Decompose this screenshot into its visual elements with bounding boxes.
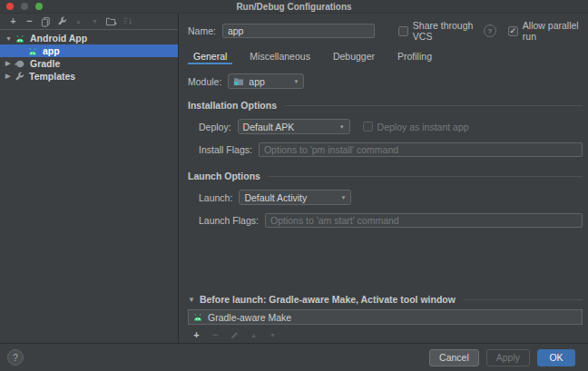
dialog-footer: ? Cancel Apply OK <box>0 343 588 371</box>
gradle-icon <box>15 59 25 69</box>
tab-debugger[interactable]: Debugger <box>328 50 380 64</box>
move-task-down-button[interactable]: ▼ <box>267 329 279 341</box>
tree-item-label: Gradle <box>30 58 60 69</box>
name-label: Name: <box>188 25 216 36</box>
section-divider <box>463 299 583 300</box>
deploy-label: Deploy: <box>199 122 231 132</box>
wrench-icon <box>15 72 24 82</box>
installation-options-section-header: Installation Options <box>188 100 583 111</box>
copy-configuration-icon[interactable] <box>40 15 52 27</box>
allow-parallel-run-group: ✓ Allow parallel run <box>508 20 583 42</box>
share-vcs-checkbox[interactable] <box>398 26 408 36</box>
module-value: app <box>249 76 265 87</box>
allow-parallel-run-label: Allow parallel run <box>523 20 583 42</box>
launch-value: Default Activity <box>244 192 307 203</box>
launch-flags-input[interactable] <box>265 213 583 228</box>
run-debug-configurations-dialog: Run/Debug Configurations + − ▲ <box>0 0 588 371</box>
instant-app-checkbox[interactable] <box>363 122 373 132</box>
tree-item-label: app <box>43 45 60 56</box>
instant-app-label: Deploy as instant app <box>377 122 469 132</box>
tree-item-android-app[interactable]: ▼ Android App <box>0 32 178 44</box>
collapse-icon[interactable]: ▼ <box>188 296 195 304</box>
launch-dropdown[interactable]: Default Activity ▼ <box>239 190 351 205</box>
module-dropdown[interactable]: app ▼ <box>228 73 304 89</box>
section-title: Launch Options <box>188 171 260 181</box>
tab-profiling[interactable]: Profiling <box>392 50 437 64</box>
empty-space <box>188 236 583 294</box>
help-button[interactable]: ? <box>7 349 24 366</box>
title-bar: Run/Debug Configurations <box>0 0 588 14</box>
deploy-value: Default APK <box>243 122 295 132</box>
tree-item-label: Android App <box>30 33 87 44</box>
launch-flags-label: Launch Flags: <box>199 215 259 226</box>
move-up-button[interactable]: ▲ <box>73 15 84 27</box>
before-launch-title: Before launch: Gradle-aware Make, Activa… <box>200 294 456 305</box>
move-down-button[interactable]: ▼ <box>89 15 101 27</box>
section-title: Installation Options <box>188 100 277 111</box>
chevron-down-icon: ▼ <box>293 79 299 84</box>
configurations-sidebar: + − ▲ ▼ <box>0 14 179 343</box>
share-vcs-label: Share through VCS <box>413 20 479 42</box>
name-input[interactable] <box>222 24 375 38</box>
allow-parallel-run-checkbox[interactable]: ✓ <box>508 26 518 36</box>
launch-label: Launch: <box>199 192 232 203</box>
new-folder-icon[interactable] <box>105 15 117 27</box>
edit-task-pencil-icon[interactable] <box>229 329 240 341</box>
cancel-button[interactable]: Cancel <box>429 349 479 366</box>
share-through-vcs-group: Share through VCS ? <box>398 20 496 42</box>
before-launch-toolbar: + − ▲ ▼ <box>188 325 583 343</box>
section-divider <box>284 105 583 106</box>
sidebar-toolbar: + − ▲ ▼ <box>0 14 178 29</box>
close-window-button[interactable] <box>6 3 14 10</box>
move-task-up-button[interactable]: ▲ <box>248 329 260 341</box>
before-launch-header[interactable]: ▼ Before launch: Gradle-aware Make, Acti… <box>188 294 583 305</box>
chevron-down-icon: ▼ <box>339 124 345 130</box>
tree-item-gradle[interactable]: ▶ Gradle <box>0 57 178 70</box>
chevron-down-icon[interactable]: ▼ <box>5 35 15 42</box>
deploy-dropdown[interactable]: Default APK ▼ <box>238 119 350 134</box>
section-divider <box>268 176 583 177</box>
configurations-tree: ▼ Android App <box>0 29 178 343</box>
sort-configurations-icon[interactable] <box>122 15 133 27</box>
chevron-right-icon[interactable]: ▶ <box>5 60 15 67</box>
install-flags-label: Install Flags: <box>199 144 252 155</box>
config-tabs: General Miscellaneous Debugger Profiling <box>188 50 583 64</box>
zoom-window-button[interactable] <box>35 3 43 10</box>
before-launch-task-label: Gradle-aware Make <box>208 312 291 323</box>
remove-configuration-button[interactable]: − <box>24 15 35 27</box>
apply-button[interactable]: Apply <box>486 349 530 366</box>
tab-general[interactable]: General <box>188 50 232 64</box>
tree-item-label: Templates <box>29 71 75 82</box>
android-icon <box>192 312 203 322</box>
module-icon <box>233 76 244 86</box>
add-configuration-button[interactable]: + <box>7 15 19 27</box>
before-launch-task-row[interactable]: Gradle-aware Make <box>188 309 583 325</box>
deploy-instant-app-group: Deploy as instant app <box>363 122 469 132</box>
edit-defaults-wrench-icon[interactable] <box>56 15 68 27</box>
chevron-down-icon: ▼ <box>340 195 346 200</box>
android-icon <box>27 46 38 56</box>
window-title: Run/Debug Configurations <box>0 2 588 12</box>
minimize-window-button[interactable] <box>21 3 28 10</box>
chevron-right-icon[interactable]: ▶ <box>5 73 15 80</box>
help-icon[interactable]: ? <box>484 24 496 37</box>
remove-task-button[interactable]: − <box>210 329 221 341</box>
install-flags-input[interactable] <box>259 142 583 157</box>
launch-options-section-header: Launch Options <box>188 171 583 181</box>
module-label: Module: <box>188 76 221 87</box>
android-icon <box>15 34 25 44</box>
tab-miscellaneous[interactable]: Miscellaneous <box>244 50 316 64</box>
tree-item-app-selected[interactable]: app <box>0 44 178 57</box>
add-task-button[interactable]: + <box>191 329 202 341</box>
ok-button[interactable]: OK <box>537 349 575 366</box>
traffic-lights <box>6 3 43 10</box>
tree-item-templates[interactable]: ▶ Templates <box>0 70 178 83</box>
configuration-editor-panel: Name: Share through VCS ? ✓ Allow parall… <box>179 14 588 343</box>
